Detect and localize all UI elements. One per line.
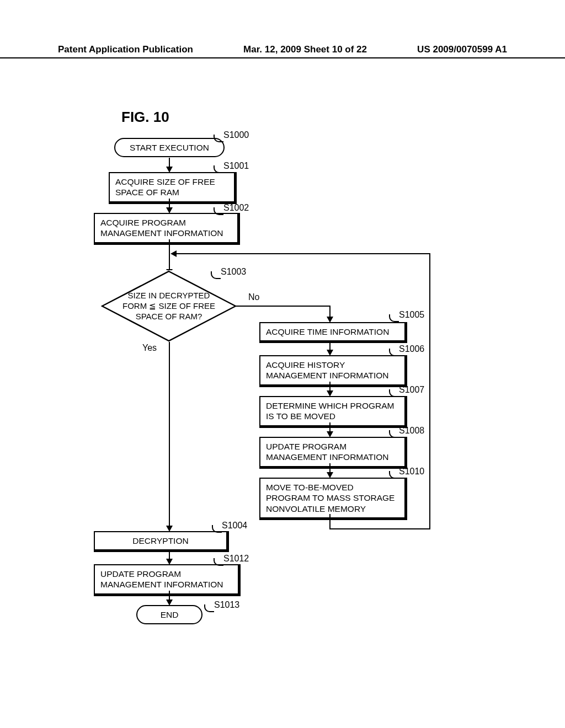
header-left: Patent Application Publication — [58, 44, 193, 55]
label-s1004: S1004 — [222, 521, 247, 531]
header-center: Mar. 12, 2009 Sheet 10 of 22 — [243, 44, 367, 55]
node-s1006: ACQUIRE HISTORY MANAGEMENT INFORMATION — [259, 355, 407, 387]
branch-yes: Yes — [142, 343, 157, 353]
node-s1001-text: ACQUIRE SIZE OF FREE SPACE OF RAM — [115, 177, 215, 197]
node-s1013-text: END — [161, 610, 179, 619]
node-s1012: UPDATE PROGRAM MANAGEMENT INFORMATION — [94, 564, 241, 596]
label-s1005: S1005 — [399, 310, 424, 320]
node-s1010-text: MOVE TO-BE-MOVED PROGRAM TO MASS STORAGE… — [266, 483, 395, 513]
node-s1003: SIZE IN DECRYPTED FORM ≦ SIZE OF FREE SP… — [101, 270, 237, 342]
label-s1006: S1006 — [399, 344, 424, 354]
label-s1001: S1001 — [223, 161, 249, 171]
flowchart-diagram: START EXECUTION S1000 ACQUIRE SIZE OF FR… — [0, 127, 565, 678]
node-s1001: ACQUIRE SIZE OF FREE SPACE OF RAM — [109, 172, 237, 204]
node-s1000: START EXECUTION — [114, 138, 225, 157]
label-s1008: S1008 — [399, 426, 424, 436]
node-s1013: END — [136, 605, 202, 624]
arrow — [169, 342, 170, 527]
arrow — [169, 259, 170, 270]
arrow — [329, 514, 331, 528]
arrow — [169, 239, 170, 259]
arrow — [329, 306, 331, 318]
node-s1004: DECRYPTION — [94, 531, 229, 552]
label-s1013: S1013 — [214, 600, 239, 610]
header-right: US 2009/0070599 A1 — [417, 44, 507, 55]
node-s1005: ACQUIRE TIME INFORMATION — [259, 322, 407, 343]
node-s1005-text: ACQUIRE TIME INFORMATION — [266, 327, 389, 336]
arrow — [236, 306, 329, 307]
node-s1002: ACQUIRE PROGRAM MANAGEMENT INFORMATION — [94, 213, 240, 245]
node-s1000-text: START EXECUTION — [130, 143, 209, 152]
label-s1007: S1007 — [399, 385, 424, 395]
branch-no: No — [248, 292, 259, 302]
node-s1006-text: ACQUIRE HISTORY MANAGEMENT INFORMATION — [266, 360, 388, 380]
node-s1004-text: DECRYPTION — [132, 536, 188, 545]
figure-title: FIG. 10 — [121, 109, 169, 126]
node-s1007: DETERMINE WHICH PROGRAM IS TO BE MOVED — [259, 396, 407, 428]
label-s1000: S1000 — [223, 130, 249, 140]
node-s1012-text: UPDATE PROGRAM MANAGEMENT INFORMATION — [100, 569, 223, 589]
arrow — [429, 253, 430, 529]
label-s1003: S1003 — [221, 267, 246, 277]
node-s1008-text: UPDATE PROGRAM MANAGEMENT INFORMATION — [266, 442, 388, 462]
arrow — [175, 253, 430, 254]
label-s1002: S1002 — [223, 203, 249, 213]
node-s1010: MOVE TO-BE-MOVED PROGRAM TO MASS STORAGE… — [259, 478, 407, 520]
label-s1010: S1010 — [399, 467, 424, 477]
node-s1003-text: SIZE IN DECRYPTED FORM ≦ SIZE OF FREE SP… — [115, 291, 223, 322]
label-s1012: S1012 — [223, 554, 249, 564]
node-s1008: UPDATE PROGRAM MANAGEMENT INFORMATION — [259, 437, 407, 469]
node-s1007-text: DETERMINE WHICH PROGRAM IS TO BE MOVED — [266, 401, 395, 421]
arrow — [329, 528, 430, 529]
node-s1002-text: ACQUIRE PROGRAM MANAGEMENT INFORMATION — [100, 218, 223, 238]
page-header: Patent Application Publication Mar. 12, … — [0, 44, 565, 58]
